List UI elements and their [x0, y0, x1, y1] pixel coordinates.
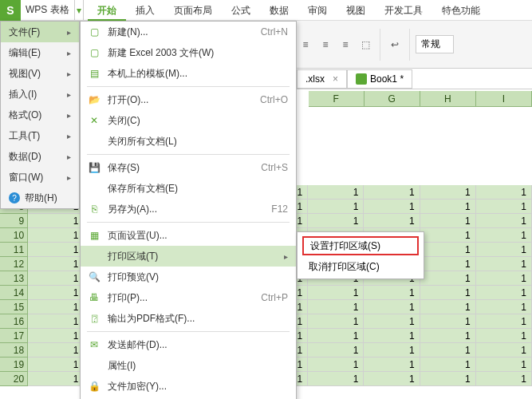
row-header[interactable]: 9	[0, 214, 28, 228]
file-menu-item[interactable]: 关闭所有文档(L)	[81, 131, 296, 152]
ribbon-tab[interactable]: 审阅	[298, 0, 337, 21]
cell[interactable]: 1	[28, 243, 84, 257]
file-menu-item[interactable]: 属性(I)	[81, 355, 296, 376]
cell[interactable]: 1	[476, 329, 532, 343]
cell[interactable]: 1	[476, 271, 532, 286]
file-menu-item[interactable]: ▤本机上的模板(M)...	[81, 63, 296, 84]
file-menu-item[interactable]: 💾保存(S)Ctrl+S	[81, 157, 296, 178]
cell[interactable]: 1	[308, 343, 364, 358]
row-header[interactable]: 18	[0, 343, 28, 358]
cell[interactable]: 1	[28, 286, 84, 300]
cell[interactable]: 1	[364, 185, 420, 200]
cell[interactable]: 1	[308, 329, 364, 343]
file-menu-item[interactable]: 🔍打印预览(V)	[81, 267, 296, 287]
cell[interactable]: 1	[28, 329, 84, 343]
print-area-menu-item[interactable]: 取消打印区域(C)	[298, 257, 424, 276]
file-menu-item[interactable]: 📂打开(O)...Ctrl+O	[81, 89, 296, 110]
app-dropdown-icon[interactable]: ▾	[74, 0, 84, 20]
number-format-select[interactable]: 常规	[416, 35, 454, 53]
cell[interactable]: 1	[476, 314, 532, 329]
cell[interactable]: 1	[476, 185, 532, 200]
cell[interactable]: 1	[364, 343, 420, 358]
cell[interactable]: 1	[476, 286, 532, 300]
cell[interactable]: 1	[476, 343, 532, 358]
ribbon-tab[interactable]: 特色功能	[432, 0, 490, 21]
row-header[interactable]: 16	[0, 314, 28, 329]
cell[interactable]: 1	[420, 286, 476, 300]
cell[interactable]: 1	[476, 200, 532, 214]
row-header[interactable]: 14	[0, 286, 28, 300]
cell[interactable]: 1	[420, 214, 476, 228]
cell[interactable]: 1	[420, 185, 476, 200]
cell[interactable]: 1	[420, 314, 476, 329]
doc-tab-1[interactable]: .xlsx ×	[297, 69, 347, 89]
cell[interactable]: 1	[308, 372, 364, 386]
main-menu-item[interactable]: 编辑(E)▸	[1, 42, 79, 63]
row-header[interactable]: 13	[0, 271, 28, 286]
file-menu-item[interactable]: ▦页面设置(U)...	[81, 225, 296, 246]
cell[interactable]: 1	[364, 200, 420, 214]
row-header[interactable]: 12	[0, 257, 28, 271]
ribbon-tab[interactable]: 公式	[222, 0, 260, 21]
cell[interactable]: 1	[476, 257, 532, 271]
main-menu-item[interactable]: 视图(V)▸	[1, 63, 79, 84]
cell[interactable]: 1	[364, 214, 420, 228]
column-header[interactable]: G	[365, 91, 420, 107]
cell[interactable]: 1	[308, 358, 364, 372]
wrap-icon[interactable]: ↩	[386, 36, 404, 53]
cell[interactable]: 1	[420, 343, 476, 358]
align-right-icon[interactable]: ≡	[337, 36, 354, 53]
cell[interactable]: 1	[420, 271, 476, 286]
cell[interactable]: 1	[308, 300, 364, 314]
cell[interactable]: 1	[308, 185, 364, 200]
cell[interactable]: 1	[28, 343, 84, 358]
cell[interactable]: 1	[364, 314, 420, 329]
cell[interactable]: 1	[28, 271, 84, 286]
cell[interactable]: 1	[28, 372, 84, 386]
print-area-menu-item[interactable]: 设置打印区域(S)	[302, 236, 419, 255]
file-menu-item[interactable]: ✕关闭(C)	[81, 110, 296, 131]
close-icon[interactable]: ×	[333, 73, 338, 85]
ribbon-tab[interactable]: 插入	[126, 0, 164, 21]
cell[interactable]: 1	[420, 243, 476, 257]
cell[interactable]: 1	[28, 228, 84, 243]
doc-tab-2[interactable]: Book1 *	[347, 69, 412, 89]
cell[interactable]: 1	[28, 257, 84, 271]
cell[interactable]: 1	[476, 214, 532, 228]
cell[interactable]: 1	[420, 358, 476, 372]
cell[interactable]: 1	[476, 243, 532, 257]
file-menu-item[interactable]: ⍰输出为PDF格式(F)...	[81, 308, 296, 329]
cell[interactable]: 1	[364, 329, 420, 343]
ribbon-tab[interactable]: 页面布局	[164, 0, 222, 21]
cell[interactable]: 1	[308, 314, 364, 329]
cell[interactable]: 1	[364, 358, 420, 372]
ribbon-tab[interactable]: 视图	[337, 0, 375, 21]
file-menu-item[interactable]: ▢新建 Excel 2003 文件(W)	[81, 42, 296, 63]
cell[interactable]: 1	[28, 314, 84, 329]
row-header[interactable]: 17	[0, 329, 28, 343]
main-menu-item[interactable]: 格式(O)▸	[1, 105, 79, 125]
row-header[interactable]: 11	[0, 243, 28, 257]
cell[interactable]: 1	[28, 358, 84, 372]
row-header[interactable]: 20	[0, 372, 28, 386]
main-menu-item[interactable]: 文件(F)▸	[1, 22, 79, 42]
cell[interactable]: 1	[476, 372, 532, 386]
ribbon-tab[interactable]: 开始	[88, 0, 126, 21]
cell[interactable]: 1	[28, 214, 84, 228]
main-menu-item[interactable]: 插入(I)▸	[1, 84, 79, 105]
cell[interactable]: 1	[364, 286, 420, 300]
merge-icon[interactable]: ⬚	[357, 36, 374, 53]
file-menu-item[interactable]: ▢新建(N)...Ctrl+N	[81, 22, 296, 42]
align-left-icon[interactable]: ≡	[297, 36, 314, 53]
file-menu-item[interactable]: 🔒文件加密(Y)...	[81, 376, 296, 397]
file-menu-item[interactable]: 打印区域(T)▸	[81, 246, 296, 267]
main-menu-item[interactable]: 数据(D)▸	[1, 146, 79, 167]
row-header[interactable]: 10	[0, 228, 28, 243]
cell[interactable]: 1	[28, 300, 84, 314]
cell[interactable]: 1	[308, 286, 364, 300]
cell[interactable]: 1	[308, 214, 364, 228]
cell[interactable]: 1	[476, 358, 532, 372]
cell[interactable]: 1	[420, 372, 476, 386]
column-header[interactable]: F	[309, 91, 365, 107]
column-header[interactable]: H	[420, 91, 476, 107]
